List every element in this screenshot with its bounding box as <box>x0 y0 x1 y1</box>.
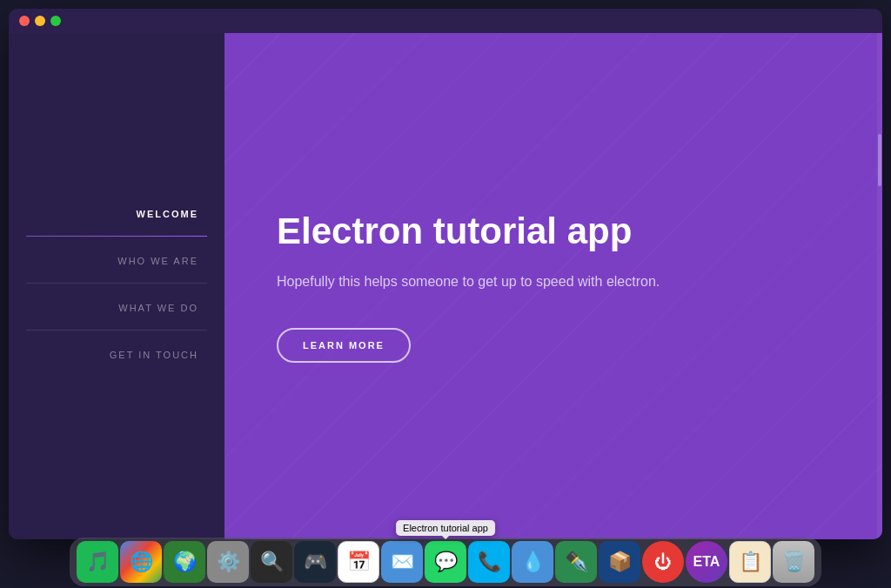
spotify-icon: 🎵 <box>86 552 110 571</box>
mail-icon: ✉️ <box>391 552 414 571</box>
sidebar-item-get-in-touch[interactable]: Get In Touch <box>9 331 224 378</box>
browser-icon: 🌍 <box>173 552 197 571</box>
steam-icon: 🎮 <box>304 552 327 571</box>
dock-item-whatsapp[interactable]: 💬 <box>425 541 466 583</box>
hero-subtitle: Hopefully this helps someone to get up t… <box>277 271 660 293</box>
power-icon: ⏻ <box>654 553 672 571</box>
sidebar-item-welcome[interactable]: Welcome <box>9 190 224 237</box>
feather-icon: ✒️ <box>565 552 588 571</box>
app-window: Welcome Who We Are What We Do Get In Tou… <box>9 9 882 539</box>
dock-item-virtualbox[interactable]: 📦 <box>599 541 640 583</box>
dock-item-alfred[interactable]: 🔍 <box>251 541 292 583</box>
dock-item-settings[interactable]: ⚙️ <box>207 541 249 583</box>
hero-section: Electron tutorial app Hopefully this hel… <box>277 210 660 363</box>
dock-tooltip: Electron tutorial app <box>396 520 495 536</box>
app-content: Welcome Who We Are What We Do Get In Tou… <box>9 33 882 539</box>
scrollbar-track[interactable] <box>877 33 882 539</box>
scrollbar-thumb[interactable] <box>878 134 881 186</box>
whatsapp-icon: 💬 <box>434 552 458 571</box>
chrome-icon: 🌐 <box>130 552 153 571</box>
dock-item-mail[interactable]: ✉️ <box>381 541 423 583</box>
sidebar-item-what-we-do[interactable]: What We Do <box>9 284 224 331</box>
titlebar <box>9 9 882 33</box>
dock-container: 🎵 🌐 🌍 ⚙️ 🔍 🎮 📅 ✉️ 💬 📞 💧 <box>0 531 891 588</box>
dock-item-drop[interactable]: 💧 <box>512 541 553 583</box>
drop-icon: 💧 <box>521 552 545 571</box>
maximize-button[interactable] <box>50 16 61 26</box>
virtualbox-icon: 📦 <box>608 552 632 571</box>
learn-more-button[interactable]: Learn More <box>277 328 411 363</box>
minimize-button[interactable] <box>35 16 45 26</box>
dock-item-power[interactable]: ⏻ <box>642 541 684 583</box>
settings-icon: ⚙️ <box>217 552 240 571</box>
clipboard-icon: 📋 <box>739 552 762 571</box>
dock-item-calendar[interactable]: 📅 <box>338 541 379 583</box>
dock-item-trash[interactable]: 🗑️ <box>773 541 814 583</box>
sidebar: Welcome Who We Are What We Do Get In Tou… <box>9 33 224 539</box>
dock-item-steam[interactable]: 🎮 <box>294 541 336 583</box>
dock-item-clipboard[interactable]: 📋 <box>729 541 771 583</box>
close-button[interactable] <box>19 16 30 26</box>
traffic-lights <box>19 16 61 26</box>
dock-item-chrome[interactable]: 🌐 <box>120 541 162 583</box>
dock: 🎵 🌐 🌍 ⚙️ 🔍 🎮 📅 ✉️ 💬 📞 💧 <box>70 538 821 586</box>
dock-item-eta[interactable]: ETA <box>686 541 727 583</box>
dock-item-feather[interactable]: ✒️ <box>555 541 597 583</box>
dock-item-browser[interactable]: 🌍 <box>164 541 205 583</box>
calendar-icon: 📅 <box>347 552 371 571</box>
trash-icon: 🗑️ <box>782 552 806 571</box>
main-content: Electron tutorial app Hopefully this hel… <box>224 33 882 539</box>
alfred-icon: 🔍 <box>260 552 284 571</box>
skype-icon: 📞 <box>478 552 501 571</box>
dock-item-skype[interactable]: 📞 <box>468 541 510 583</box>
dock-item-spotify[interactable]: 🎵 <box>77 541 118 583</box>
sidebar-item-who-we-are[interactable]: Who We Are <box>9 237 224 284</box>
eta-icon: ETA <box>693 555 720 569</box>
hero-title: Electron tutorial app <box>277 210 660 253</box>
